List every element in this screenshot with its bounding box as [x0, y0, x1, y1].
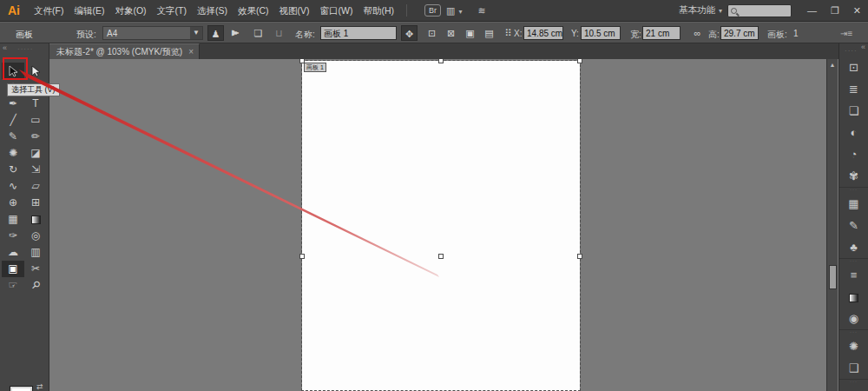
dock-drag-handle[interactable]: ···· — [845, 47, 858, 55]
panel-gradient-icon[interactable] — [839, 286, 868, 308]
tools-panel-header[interactable]: « ····· — [0, 43, 49, 56]
constrain-proportions-icon[interactable]: ∞ — [689, 25, 706, 41]
type-tool[interactable]: T — [24, 96, 47, 112]
hand-tool[interactable]: ☞ — [2, 277, 24, 294]
collapse-panel-icon[interactable]: « — [3, 43, 7, 52]
panel-stroke-icon[interactable]: ≡ — [839, 264, 868, 286]
video-ruler-icon[interactable]: ▤ — [481, 25, 497, 41]
delete-artboard-button[interactable]: ⊔ — [271, 25, 287, 41]
panel-graphic-styles-icon[interactable]: ❑ — [839, 357, 868, 379]
menu-item-4[interactable]: 文字(T) — [152, 5, 192, 16]
show-video-safe-icon[interactable]: ▣ — [462, 25, 478, 41]
mesh-tool[interactable]: ▦ — [2, 211, 24, 228]
panel-swatches-icon[interactable]: ▦ — [839, 193, 868, 215]
search-icon — [731, 8, 737, 14]
width-label: 宽: — [630, 29, 641, 41]
blob-brush-tool[interactable]: ✺ — [2, 145, 24, 162]
preset-dropdown-arrow[interactable]: ▼ — [190, 27, 202, 39]
panel-appearance-icon[interactable]: ✺ — [839, 335, 868, 357]
shape-builder-tool[interactable]: ⊕ — [2, 195, 24, 211]
artboard-count-label: 画板: — [767, 29, 787, 41]
vertical-scrollbar[interactable]: ▲ — [826, 59, 838, 391]
dock-header[interactable]: « ···· — [839, 43, 868, 56]
eraser-tool[interactable]: ◪ — [24, 145, 47, 162]
show-center-mark-icon[interactable]: ⊡ — [424, 25, 440, 41]
scale-tool[interactable]: ⇲ — [24, 162, 47, 178]
cs-live-icon[interactable]: ≋ — [473, 5, 491, 17]
panel-transparency-icon[interactable]: ◉ — [839, 308, 868, 329]
paintbrush-tool[interactable]: ✎ — [2, 129, 24, 145]
menu-item-7[interactable]: 视图(V) — [274, 5, 315, 16]
document-tab-bar: 未标题-2* @ 103% (CMYK/预览) × — [49, 43, 840, 59]
perspective-grid-tool[interactable]: ⊞ — [24, 195, 47, 211]
artboard-handle[interactable] — [577, 254, 582, 259]
width-tool[interactable]: ∿ — [2, 178, 24, 195]
height-input[interactable]: 29.7 cm — [720, 26, 759, 40]
panel-drag-handle[interactable]: ····· — [17, 45, 33, 53]
annotation-highlight-box — [3, 57, 28, 80]
pencil-tool[interactable]: ✏ — [24, 129, 47, 145]
panel-color-guide-icon[interactable]: ◔ — [839, 143, 868, 165]
expand-dock-icon[interactable]: « — [861, 43, 865, 51]
menu-item-5[interactable]: 选择(S) — [192, 5, 233, 16]
panel-symbol-libraries-icon[interactable]: ♣ — [839, 236, 868, 258]
x-input[interactable]: 14.85 cm — [523, 26, 563, 40]
landscape-orientation-button[interactable]: ♟ — [227, 25, 243, 42]
portrait-orientation-button[interactable]: ♟ — [207, 25, 224, 41]
blend-tool[interactable]: ◎ — [24, 228, 47, 244]
artboard-name-input[interactable]: 画板 1 — [320, 26, 397, 40]
show-cross-hairs-icon[interactable]: ⊠ — [443, 25, 459, 41]
symbol-sprayer-tool[interactable]: ☁ — [2, 244, 24, 261]
artboard-name-tag[interactable]: 画板 1 — [304, 63, 326, 72]
x-label: X: — [514, 29, 522, 38]
panel-layers-icon[interactable]: ◈ — [839, 385, 868, 391]
rectangle-tool[interactable]: ▭ — [24, 112, 47, 129]
tool-tooltip: 选择工具 (V) — [7, 83, 60, 96]
panel-color-icon[interactable]: ◐ — [839, 122, 868, 143]
scrollbar-thumb[interactable] — [829, 265, 837, 289]
artboard-tool[interactable]: ▣ — [2, 261, 24, 277]
width-input[interactable]: 21 cm — [642, 26, 681, 40]
menu-item-8[interactable]: 窗口(W) — [315, 5, 358, 16]
artboard-handle[interactable] — [299, 254, 305, 259]
dock-separator: ··· — [839, 379, 868, 385]
fill-color-swatch[interactable] — [10, 386, 33, 391]
eyedropper-tool[interactable]: ✑ — [2, 228, 24, 244]
menu-item-1[interactable]: 文件(F) — [29, 5, 69, 16]
app-logo: Ai — [0, 3, 29, 17]
arrange-documents-icon[interactable]: ▥▾ — [441, 5, 472, 17]
menu-items: 文件(F)编辑(E)对象(O)文字(T)选择(S)效果(C)视图(V)窗口(W)… — [29, 0, 399, 22]
restore-button[interactable]: ❐ — [824, 5, 846, 17]
tab-close-icon[interactable]: × — [188, 44, 194, 60]
panel-align-icon[interactable]: ≣ — [839, 78, 868, 100]
minimize-button[interactable]: — — [800, 5, 824, 16]
new-artboard-button[interactable]: ❏ — [250, 25, 266, 41]
scroll-up-icon[interactable]: ▲ — [827, 59, 838, 68]
panel-symbols-icon[interactable]: ✾ — [839, 165, 868, 187]
menu-item-9[interactable]: 帮助(H) — [358, 5, 400, 16]
pen-tool[interactable]: ✒ — [2, 96, 24, 112]
swap-fill-stroke-icon[interactable]: ⇄ — [36, 382, 43, 391]
rotate-tool[interactable]: ↻ — [2, 162, 24, 178]
collapse-control-panel-icon[interactable]: ⇥≡ — [840, 29, 852, 38]
bridge-button[interactable]: Br — [424, 4, 441, 17]
panel-transform-icon[interactable]: ⊡ — [839, 56, 868, 78]
menu-item-3[interactable]: 对象(O) — [109, 5, 151, 16]
close-button[interactable]: ✕ — [846, 5, 868, 17]
search-input[interactable] — [727, 4, 792, 17]
panel-brushes-icon[interactable]: ✎ — [839, 215, 868, 236]
preset-dropdown[interactable]: A4▼ — [102, 26, 203, 40]
gradient-tool[interactable] — [24, 211, 47, 228]
menu-item-2[interactable]: 编辑(E) — [69, 5, 109, 16]
workspace-switcher[interactable]: 基本功能 — [679, 4, 715, 17]
y-input[interactable]: 10.5 cm — [581, 26, 621, 40]
menu-item-6[interactable]: 效果(C) — [233, 5, 274, 16]
artboard-handle[interactable] — [438, 254, 444, 259]
document-tab[interactable]: 未标题-2* @ 103% (CMYK/预览) × — [49, 43, 200, 59]
workspace-dropdown-arrow[interactable]: ▾ — [715, 7, 727, 15]
move-artwork-toggle[interactable]: ✥ — [401, 25, 418, 41]
column-graph-tool[interactable]: ▥ — [24, 244, 47, 261]
free-transform-tool[interactable]: ▱ — [24, 178, 47, 195]
line-segment-tool[interactable]: ╱ — [2, 112, 24, 129]
panel-pathfinder-icon[interactable]: ❏ — [839, 100, 868, 122]
